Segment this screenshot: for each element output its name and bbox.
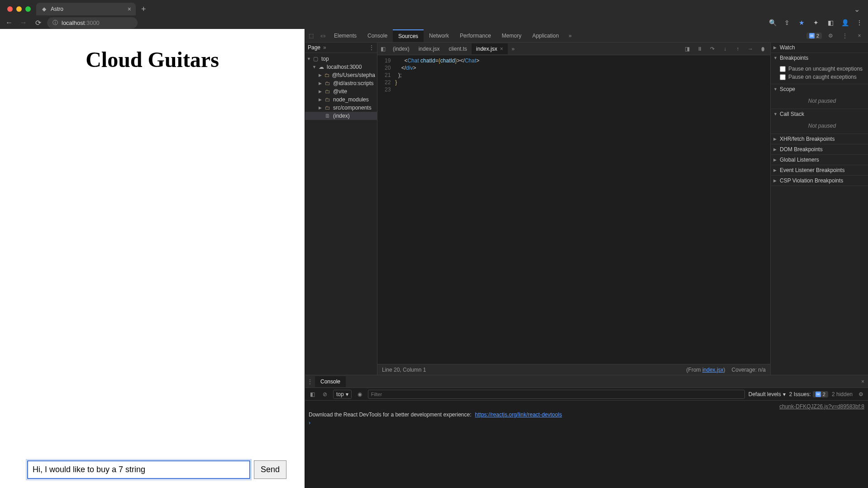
dbg-section-call-stack[interactable]: ▼Call Stack <box>771 109 868 119</box>
console-live-expr-icon[interactable]: ◉ <box>355 391 364 397</box>
console-prompt[interactable]: › <box>309 419 864 427</box>
drawer-close-icon[interactable]: × <box>858 378 868 385</box>
bookmark-icon[interactable]: ★ <box>796 19 806 26</box>
tab-favicon: ◆ <box>41 6 47 12</box>
cursor-position: Line 20, Column 1 <box>382 367 426 373</box>
new-tab-button[interactable]: + <box>138 3 150 16</box>
devtools-panel: ⬚ ▭ Elements Console Sources Network Per… <box>305 29 868 488</box>
toggle-debugger-icon[interactable]: ◨ <box>682 46 692 52</box>
nav-reload-button[interactable]: ⟳ <box>33 19 43 27</box>
close-devtools-icon[interactable]: × <box>854 33 865 39</box>
dbg-section-csp-violation-breakpoints[interactable]: ▶CSP Violation Breakpoints <box>771 176 868 186</box>
console-msg-link[interactable]: https://reactjs.org/link/react-devtools <box>475 411 562 418</box>
tree-folder[interactable]: ▶🗀src/components <box>305 104 377 112</box>
issues-badge[interactable]: ✉2 <box>806 33 822 39</box>
tab-console[interactable]: Console <box>362 30 393 42</box>
drawer-more-icon[interactable]: ⋮ <box>305 378 315 385</box>
file-tree: ▼▢top ▼☁localhost:3000 ▶🗀@fs/Users/steph… <box>305 53 377 122</box>
device-toolbar-icon[interactable]: ▭ <box>317 33 329 39</box>
search-icon[interactable]: 🔍 <box>768 19 777 26</box>
extensions-icon[interactable]: ✦ <box>811 19 821 26</box>
send-button[interactable]: Send <box>254 460 286 479</box>
tab-close-button[interactable]: × <box>128 5 131 13</box>
editor-tab[interactable]: index.jsx <box>414 43 444 54</box>
editor-tabs-overflow-icon[interactable]: » <box>508 46 519 52</box>
tree-folder[interactable]: ▶🗀node_modules <box>305 96 377 104</box>
nav-tab-page[interactable]: Page <box>308 44 320 51</box>
tree-folder[interactable]: ▶🗀@vite <box>305 87 377 96</box>
debug-step-into-icon[interactable]: ↓ <box>720 46 730 52</box>
console-sidebar-icon[interactable]: ◧ <box>308 391 317 397</box>
dbg-section-breakpoints[interactable]: ▼Breakpoints <box>771 53 868 63</box>
nav-forward-button[interactable]: → <box>18 19 29 27</box>
more-icon[interactable]: ⋮ <box>839 33 851 39</box>
debug-pause-icon[interactable]: ⏸ <box>694 46 705 52</box>
url-bar[interactable]: ⓘ localhost:3000 <box>47 17 138 29</box>
bp-check[interactable]: Pause on caught exceptions <box>780 73 864 81</box>
tabs-overflow-button[interactable]: ⌄ <box>849 5 864 14</box>
tab-memory[interactable]: Memory <box>496 30 527 42</box>
tree-file-index[interactable]: 🗎(index) <box>305 112 377 120</box>
toggle-navigator-icon[interactable]: ◧ <box>377 46 388 52</box>
editor-tab-close-icon[interactable]: × <box>500 46 503 52</box>
window-maximize[interactable] <box>25 6 31 12</box>
side-panel-icon[interactable]: ◧ <box>825 19 835 26</box>
debug-step-out-icon[interactable]: ↑ <box>732 46 743 52</box>
source-origin: (From index.jsx) <box>687 367 725 373</box>
dbg-section-watch[interactable]: ▶Watch <box>771 43 868 53</box>
tab-sources[interactable]: Sources <box>393 29 424 42</box>
share-icon[interactable]: ⇪ <box>782 19 792 26</box>
source-origin-link[interactable]: index.jsx <box>702 367 724 373</box>
dbg-section-event-listener-breakpoints[interactable]: ▶Event Listener Breakpoints <box>771 165 868 175</box>
console-settings-icon[interactable]: ⚙ <box>856 391 865 397</box>
editor-tab[interactable]: client.ts <box>444 43 472 54</box>
dbg-section-global-listeners[interactable]: ▶Global Listeners <box>771 155 868 165</box>
tree-host[interactable]: ▼☁localhost:3000 <box>305 63 377 71</box>
issues-icon: ✉ <box>809 33 815 38</box>
console-message: Download the React DevTools for a better… <box>309 411 864 419</box>
nav-back-button[interactable]: ← <box>4 19 14 27</box>
window-close[interactable] <box>7 6 13 12</box>
console-issues[interactable]: 2 Issues:✉2 <box>789 391 828 397</box>
tree-folder[interactable]: ▶🗀@fs/Users/stepha <box>305 71 377 79</box>
debug-deactivate-bp-icon[interactable]: ⬮ <box>758 46 768 52</box>
console-filter-input[interactable] <box>368 390 745 399</box>
page-heading: Cloud Guitars <box>0 29 305 72</box>
console-clear-icon[interactable]: ⊘ <box>320 391 329 397</box>
tabs-overflow-icon[interactable]: » <box>564 33 576 39</box>
editor-tab-active[interactable]: index.jsx× <box>472 43 508 54</box>
dbg-section-scope[interactable]: ▼Scope <box>771 84 868 94</box>
tab-performance[interactable]: Performance <box>454 30 496 42</box>
nav-overflow-icon[interactable]: » <box>323 44 326 51</box>
bp-check[interactable]: Pause on uncaught exceptions <box>780 65 864 73</box>
console-msg-source[interactable]: chunk-DFKQJZ26.js?v=d89583bf:8 <box>779 403 864 410</box>
console-context-select[interactable]: top▾ <box>333 390 352 399</box>
tab-elements[interactable]: Elements <box>329 30 362 42</box>
window-minimize[interactable] <box>16 6 22 12</box>
dbg-section-dom-breakpoints[interactable]: ▶DOM Breakpoints <box>771 144 868 154</box>
tab-application[interactable]: Application <box>527 30 564 42</box>
console-levels-select[interactable]: Default levels▾ <box>749 391 786 397</box>
browser-tab[interactable]: ◆ Astro × <box>36 3 136 15</box>
dbg-section-xhr-fetch-breakpoints[interactable]: ▶XHR/fetch Breakpoints <box>771 134 868 144</box>
menu-icon[interactable]: ⋮ <box>854 19 864 26</box>
tab-title: Astro <box>51 6 63 12</box>
debug-step-over-icon[interactable]: ↷ <box>707 46 718 52</box>
traffic-lights <box>4 6 34 12</box>
tab-network[interactable]: Network <box>424 30 454 42</box>
page-viewport: Cloud Guitars Send <box>0 29 305 488</box>
settings-icon[interactable]: ⚙ <box>825 33 836 39</box>
coverage-status: Coverage: n/a <box>732 367 766 373</box>
debug-step-icon[interactable]: → <box>745 46 756 52</box>
code-editor[interactable]: 1920212223 <Chat chatId={chatId}></Chat>… <box>377 55 770 364</box>
nav-more-icon[interactable]: ⋮ <box>369 44 374 51</box>
profile-icon[interactable]: 👤 <box>840 19 850 26</box>
console-hidden[interactable]: 2 hidden <box>832 391 853 397</box>
site-info-icon[interactable]: ⓘ <box>52 19 58 27</box>
drawer-tab-console[interactable]: Console <box>315 376 346 387</box>
chat-input[interactable] <box>27 460 250 479</box>
inspect-element-icon[interactable]: ⬚ <box>305 33 317 39</box>
editor-tab[interactable]: (index) <box>388 43 414 54</box>
tree-top[interactable]: ▼▢top <box>305 55 377 63</box>
tree-folder[interactable]: ▶🗀@id/astro:scripts <box>305 79 377 87</box>
